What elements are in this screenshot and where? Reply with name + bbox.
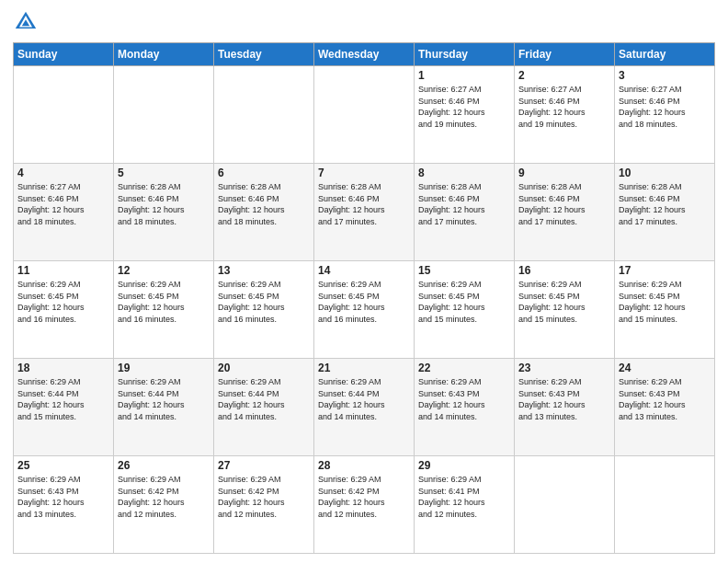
- day-header-friday: Friday: [515, 43, 615, 66]
- calendar-cell: 20Sunrise: 6:29 AM Sunset: 6:44 PM Dayli…: [214, 359, 314, 456]
- calendar-cell: 2Sunrise: 6:27 AM Sunset: 6:46 PM Daylig…: [515, 66, 615, 164]
- day-number: 26: [118, 459, 210, 472]
- day-number: 15: [418, 264, 510, 277]
- cell-info: Sunrise: 6:29 AM Sunset: 6:43 PM Dayligh…: [17, 474, 109, 520]
- calendar-header-row: SundayMondayTuesdayWednesdayThursdayFrid…: [14, 43, 715, 66]
- cell-info: Sunrise: 6:29 AM Sunset: 6:43 PM Dayligh…: [518, 376, 610, 422]
- week-row-0: 1Sunrise: 6:27 AM Sunset: 6:46 PM Daylig…: [14, 66, 715, 164]
- day-number: 20: [218, 362, 310, 374]
- cell-info: Sunrise: 6:28 AM Sunset: 6:46 PM Dayligh…: [619, 181, 711, 227]
- cell-info: Sunrise: 6:29 AM Sunset: 6:45 PM Dayligh…: [17, 279, 109, 325]
- day-number: 13: [218, 264, 310, 277]
- calendar-cell: 7Sunrise: 6:28 AM Sunset: 6:46 PM Daylig…: [314, 164, 415, 261]
- cell-info: Sunrise: 6:29 AM Sunset: 6:44 PM Dayligh…: [318, 376, 410, 422]
- calendar-cell: 15Sunrise: 6:29 AM Sunset: 6:45 PM Dayli…: [415, 261, 515, 359]
- cell-info: Sunrise: 6:29 AM Sunset: 6:44 PM Dayligh…: [17, 376, 109, 422]
- day-header-monday: Monday: [114, 43, 214, 66]
- day-header-saturday: Saturday: [615, 43, 715, 66]
- calendar-cell: 14Sunrise: 6:29 AM Sunset: 6:45 PM Dayli…: [314, 261, 415, 359]
- cell-info: Sunrise: 6:29 AM Sunset: 6:45 PM Dayligh…: [218, 279, 310, 325]
- calendar-cell: 27Sunrise: 6:29 AM Sunset: 6:42 PM Dayli…: [214, 456, 314, 554]
- cell-info: Sunrise: 6:28 AM Sunset: 6:46 PM Dayligh…: [318, 181, 410, 227]
- calendar-cell: 19Sunrise: 6:29 AM Sunset: 6:44 PM Dayli…: [114, 359, 214, 456]
- day-header-wednesday: Wednesday: [314, 43, 415, 66]
- day-number: 17: [619, 264, 711, 277]
- day-number: 9: [518, 167, 610, 179]
- logo: [13, 9, 40, 35]
- day-number: 21: [318, 362, 410, 374]
- day-number: 29: [418, 459, 510, 472]
- day-number: 25: [17, 459, 109, 472]
- day-number: 18: [17, 362, 109, 374]
- cell-info: Sunrise: 6:28 AM Sunset: 6:46 PM Dayligh…: [418, 181, 510, 227]
- day-number: 22: [418, 362, 510, 374]
- week-row-1: 4Sunrise: 6:27 AM Sunset: 6:46 PM Daylig…: [14, 164, 715, 261]
- cell-info: Sunrise: 6:27 AM Sunset: 6:46 PM Dayligh…: [418, 84, 510, 130]
- calendar-cell: [314, 66, 415, 164]
- cell-info: Sunrise: 6:29 AM Sunset: 6:45 PM Dayligh…: [518, 279, 610, 325]
- week-row-3: 18Sunrise: 6:29 AM Sunset: 6:44 PM Dayli…: [14, 359, 715, 456]
- day-number: 3: [619, 69, 711, 82]
- calendar-cell: 9Sunrise: 6:28 AM Sunset: 6:46 PM Daylig…: [515, 164, 615, 261]
- week-row-4: 25Sunrise: 6:29 AM Sunset: 6:43 PM Dayli…: [14, 456, 715, 554]
- day-number: 10: [619, 167, 711, 179]
- calendar-cell: 16Sunrise: 6:29 AM Sunset: 6:45 PM Dayli…: [515, 261, 615, 359]
- calendar-cell: 12Sunrise: 6:29 AM Sunset: 6:45 PM Dayli…: [114, 261, 214, 359]
- cell-info: Sunrise: 6:27 AM Sunset: 6:46 PM Dayligh…: [518, 84, 610, 130]
- day-number: 8: [418, 167, 510, 179]
- calendar-cell: 21Sunrise: 6:29 AM Sunset: 6:44 PM Dayli…: [314, 359, 415, 456]
- calendar-cell: [214, 66, 314, 164]
- calendar-cell: 26Sunrise: 6:29 AM Sunset: 6:42 PM Dayli…: [114, 456, 214, 554]
- cell-info: Sunrise: 6:29 AM Sunset: 6:41 PM Dayligh…: [418, 474, 510, 520]
- cell-info: Sunrise: 6:29 AM Sunset: 6:45 PM Dayligh…: [318, 279, 410, 325]
- calendar-cell: 24Sunrise: 6:29 AM Sunset: 6:43 PM Dayli…: [615, 359, 715, 456]
- calendar-cell: 5Sunrise: 6:28 AM Sunset: 6:46 PM Daylig…: [114, 164, 214, 261]
- day-number: 14: [318, 264, 410, 277]
- calendar-cell: 3Sunrise: 6:27 AM Sunset: 6:46 PM Daylig…: [615, 66, 715, 164]
- day-number: 16: [518, 264, 610, 277]
- day-number: 5: [118, 167, 210, 179]
- calendar-cell: [615, 456, 715, 554]
- cell-info: Sunrise: 6:29 AM Sunset: 6:45 PM Dayligh…: [619, 279, 711, 325]
- calendar-cell: 18Sunrise: 6:29 AM Sunset: 6:44 PM Dayli…: [14, 359, 114, 456]
- week-row-2: 11Sunrise: 6:29 AM Sunset: 6:45 PM Dayli…: [14, 261, 715, 359]
- calendar-cell: 28Sunrise: 6:29 AM Sunset: 6:42 PM Dayli…: [314, 456, 415, 554]
- page: SundayMondayTuesdayWednesdayThursdayFrid…: [0, 0, 728, 563]
- day-header-tuesday: Tuesday: [214, 43, 314, 66]
- calendar-cell: [114, 66, 214, 164]
- cell-info: Sunrise: 6:29 AM Sunset: 6:44 PM Dayligh…: [118, 376, 210, 422]
- cell-info: Sunrise: 6:29 AM Sunset: 6:43 PM Dayligh…: [619, 376, 711, 422]
- cell-info: Sunrise: 6:27 AM Sunset: 6:46 PM Dayligh…: [619, 84, 711, 130]
- day-header-sunday: Sunday: [14, 43, 114, 66]
- cell-info: Sunrise: 6:29 AM Sunset: 6:42 PM Dayligh…: [118, 474, 210, 520]
- calendar-cell: 25Sunrise: 6:29 AM Sunset: 6:43 PM Dayli…: [14, 456, 114, 554]
- header: [13, 9, 715, 35]
- calendar-cell: 8Sunrise: 6:28 AM Sunset: 6:46 PM Daylig…: [415, 164, 515, 261]
- day-number: 1: [418, 69, 510, 82]
- cell-info: Sunrise: 6:29 AM Sunset: 6:42 PM Dayligh…: [218, 474, 310, 520]
- day-number: 24: [619, 362, 711, 374]
- day-number: 23: [518, 362, 610, 374]
- day-number: 11: [17, 264, 109, 277]
- cell-info: Sunrise: 6:28 AM Sunset: 6:46 PM Dayligh…: [218, 181, 310, 227]
- day-number: 12: [118, 264, 210, 277]
- day-number: 6: [218, 167, 310, 179]
- cell-info: Sunrise: 6:29 AM Sunset: 6:45 PM Dayligh…: [118, 279, 210, 325]
- calendar-cell: 17Sunrise: 6:29 AM Sunset: 6:45 PM Dayli…: [615, 261, 715, 359]
- calendar-cell: 6Sunrise: 6:28 AM Sunset: 6:46 PM Daylig…: [214, 164, 314, 261]
- cell-info: Sunrise: 6:27 AM Sunset: 6:46 PM Dayligh…: [17, 181, 109, 227]
- logo-icon: [13, 9, 39, 35]
- cell-info: Sunrise: 6:29 AM Sunset: 6:43 PM Dayligh…: [418, 376, 510, 422]
- calendar-cell: 1Sunrise: 6:27 AM Sunset: 6:46 PM Daylig…: [415, 66, 515, 164]
- cell-info: Sunrise: 6:29 AM Sunset: 6:44 PM Dayligh…: [218, 376, 310, 422]
- day-number: 7: [318, 167, 410, 179]
- calendar-table: SundayMondayTuesdayWednesdayThursdayFrid…: [13, 42, 715, 554]
- cell-info: Sunrise: 6:28 AM Sunset: 6:46 PM Dayligh…: [118, 181, 210, 227]
- calendar-cell: [515, 456, 615, 554]
- cell-info: Sunrise: 6:29 AM Sunset: 6:45 PM Dayligh…: [418, 279, 510, 325]
- cell-info: Sunrise: 6:29 AM Sunset: 6:42 PM Dayligh…: [318, 474, 410, 520]
- day-number: 19: [118, 362, 210, 374]
- day-number: 28: [318, 459, 410, 472]
- calendar-cell: 11Sunrise: 6:29 AM Sunset: 6:45 PM Dayli…: [14, 261, 114, 359]
- day-number: 2: [518, 69, 610, 82]
